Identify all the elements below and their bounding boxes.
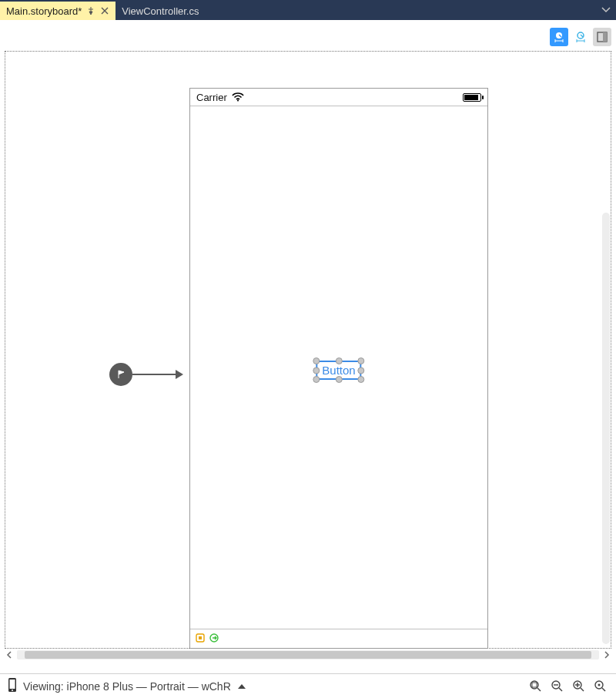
battery-icon [463, 93, 481, 102]
svg-point-1 [578, 32, 584, 39]
zoom-in-button[interactable] [571, 679, 587, 694]
svg-point-16 [598, 683, 601, 686]
flag-icon [109, 363, 132, 386]
carrier-label: Carrier [196, 92, 227, 103]
hscroll-thumb[interactable] [25, 651, 591, 659]
svg-rect-6 [199, 636, 202, 639]
tab-viewcontroller-cs[interactable]: ViewController.cs [116, 2, 205, 20]
exit-icon[interactable] [209, 633, 219, 646]
first-responder-icon[interactable] [195, 633, 206, 646]
arrow-head-icon [176, 370, 183, 379]
scroll-right-button[interactable] [601, 649, 613, 661]
chevron-up-icon[interactable] [237, 680, 246, 693]
editor-container: Carrier Button [0, 20, 616, 698]
zoom-actual-button[interactable] [593, 679, 608, 694]
scene-dock [190, 629, 487, 648]
resize-handle-top-right[interactable] [358, 357, 365, 364]
status-bar: Viewing: iPhone 8 Plus — Portrait — wChR [0, 673, 616, 698]
resize-handle-top-left[interactable] [313, 357, 320, 364]
frames-mode-button[interactable] [571, 28, 590, 46]
svg-point-10 [12, 690, 13, 691]
svg-rect-9 [10, 680, 15, 689]
svg-rect-12 [532, 683, 537, 687]
resize-handle-mid-right[interactable] [358, 367, 365, 374]
close-icon[interactable] [100, 6, 109, 15]
device-status-bar: Carrier [190, 89, 487, 106]
pin-icon[interactable] [86, 6, 95, 15]
device-frame[interactable]: Carrier Button [189, 88, 488, 649]
designer-toolbar [550, 28, 611, 46]
tab-label: Main.storyboard* [6, 5, 82, 17]
tab-overflow-button[interactable] [599, 3, 613, 17]
vertical-scrollbar[interactable] [602, 213, 610, 644]
device-content-area[interactable]: Button [190, 106, 487, 629]
resize-handle-mid-left[interactable] [313, 367, 320, 374]
scroll-left-button[interactable] [3, 649, 15, 661]
wifi-icon [232, 92, 244, 102]
resize-handle-top-mid[interactable] [336, 357, 343, 364]
horizontal-scrollbar[interactable] [3, 649, 613, 661]
constraints-mode-button[interactable] [550, 28, 568, 46]
uibutton-selected[interactable]: Button [316, 361, 361, 380]
zoom-out-button[interactable] [550, 679, 565, 694]
resize-handle-bottom-mid[interactable] [336, 376, 343, 383]
device-type-icon[interactable] [8, 677, 17, 695]
initial-view-controller-indicator[interactable] [109, 363, 183, 386]
resize-handle-bottom-right[interactable] [358, 376, 365, 383]
tab-strip: Main.storyboard* ViewController.cs [0, 0, 616, 20]
uibutton-label: Button [322, 364, 355, 377]
panel-toggle-button[interactable] [593, 28, 611, 46]
designer-surface[interactable]: Carrier Button [0, 20, 616, 661]
svg-point-4 [237, 99, 239, 101]
svg-rect-3 [603, 32, 607, 42]
tab-label: ViewController.cs [122, 5, 199, 17]
resize-handle-bottom-left[interactable] [313, 376, 320, 383]
tab-main-storyboard[interactable]: Main.storyboard* [0, 2, 116, 20]
zoom-fit-button[interactable] [528, 679, 544, 694]
viewing-label[interactable]: Viewing: iPhone 8 Plus — Portrait — wChR [23, 680, 231, 693]
hscroll-track[interactable] [17, 650, 599, 659]
arrow-line [132, 374, 176, 375]
